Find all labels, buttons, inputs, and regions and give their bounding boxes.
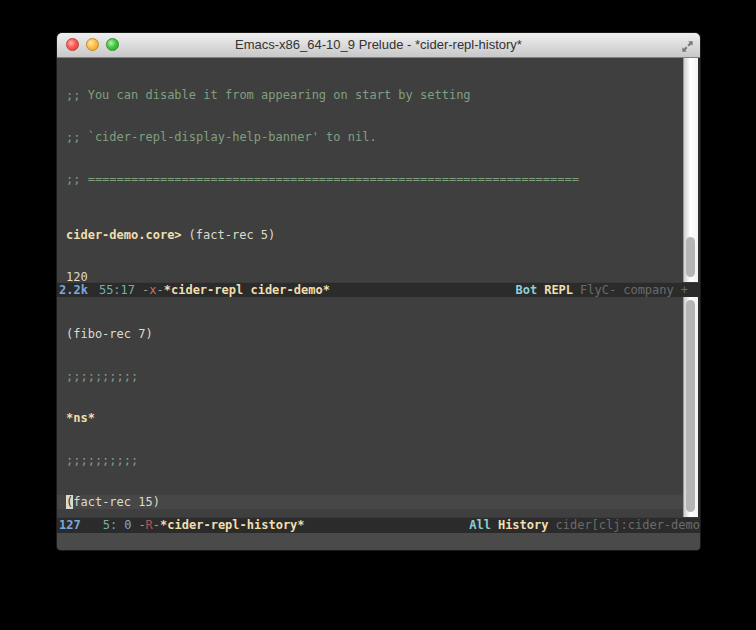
history-item[interactable]: (fibo-rec 7) <box>66 327 684 341</box>
repl-input: (fact-rec 5) <box>189 228 276 242</box>
dash: - <box>142 283 149 297</box>
major-mode: History <box>498 518 549 533</box>
buffer-name: *cider-repl cider-demo* <box>164 283 330 297</box>
cider-session-indicator: cider[clj:cider-demo <box>556 518 701 533</box>
readonly-flag: R <box>146 518 153 533</box>
repl-entry: cider-demo.core>(fact-rec 5) <box>66 228 684 242</box>
minor-mode-company: company <box>623 283 674 297</box>
fullscreen-icon[interactable] <box>681 38 694 51</box>
history-item[interactable]: *ns* <box>66 411 684 425</box>
cursor-position: 55:17 <box>99 283 135 297</box>
scroll-indicator: All <box>469 518 491 533</box>
repl-buffer[interactable]: ;; You can disable it from appearing on … <box>57 58 700 282</box>
titlebar[interactable]: Emacs-x86_64-10_9 Prelude - *cider-repl-… <box>57 33 700 58</box>
major-mode: REPL <box>544 283 573 297</box>
history-item-selected[interactable]: (fact-rec 15) <box>57 495 700 509</box>
cursor-line: 5: <box>103 518 117 533</box>
history-separator: ;;;;;;;;;; <box>66 369 684 383</box>
window-edge <box>698 58 700 282</box>
repl-prompt: cider-demo.core> <box>66 228 182 242</box>
buffer-size: 127 <box>59 518 81 533</box>
banner-line: ;; `cider-repl-display-help-banner' to n… <box>66 130 684 144</box>
dash: - <box>138 518 145 533</box>
modeline-history: 127 5: 0 - R - *cider-repl-history* All … <box>57 517 700 533</box>
history-separator: ;;;;;;;;;; <box>66 453 684 467</box>
banner-line: ;; You can disable it from appearing on … <box>66 88 684 102</box>
banner-line: ;; =====================================… <box>66 172 684 186</box>
buffer-size: 2.2k <box>59 283 88 297</box>
minor-mode-more: + <box>681 283 688 297</box>
close-button[interactable] <box>66 38 79 51</box>
scrollbar-thumb[interactable] <box>686 300 695 512</box>
cursor-column: 0 <box>124 518 131 533</box>
echo-area[interactable] <box>57 533 700 550</box>
history-buffer[interactable]: (fibo-rec 7) ;;;;;;;;;; *ns* ;;;;;;;;;; … <box>57 297 700 517</box>
scrollbar-track[interactable] <box>683 297 698 517</box>
scrollbar-track[interactable] <box>683 58 698 282</box>
emacs-window: Emacs-x86_64-10_9 Prelude - *cider-repl-… <box>57 33 700 550</box>
window-edge <box>698 297 700 517</box>
window-title: Emacs-x86_64-10_9 Prelude - *cider-repl-… <box>97 33 660 57</box>
history-item-text: fact-rec 15) <box>73 495 160 509</box>
buffer-name: *cider-repl-history* <box>160 518 305 533</box>
scroll-indicator: Bot <box>515 283 537 297</box>
modified-flag: x <box>149 283 156 297</box>
dash: - <box>153 518 160 533</box>
scrollbar-thumb[interactable] <box>686 237 695 277</box>
dash: - <box>157 283 164 297</box>
modeline-repl: 2.2k 55:17 - x - *cider-repl cider-demo*… <box>57 282 700 297</box>
minor-mode-flycheck: FlyC- <box>580 283 616 297</box>
